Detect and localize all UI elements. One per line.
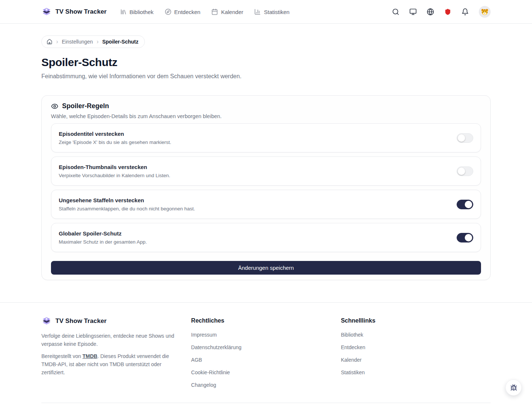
nav-item-label: Bibliothek: [130, 9, 154, 15]
list-item: Statistiken: [341, 368, 491, 377]
breadcrumb-einstellungen[interactable]: Einstellungen: [62, 39, 93, 45]
footer-description: Verfolge deine Lieblingsserien, entdecke…: [41, 332, 185, 348]
monitor-icon: [409, 8, 417, 16]
card-title: Spoiler-Regeln: [62, 102, 109, 110]
footer-column-title: Schnelllinks: [341, 316, 491, 324]
toggle-knob: [465, 201, 472, 208]
shield-icon: [444, 8, 451, 16]
compass-icon: [165, 8, 171, 15]
nav-item-statistiken[interactable]: Statistiken: [254, 8, 289, 15]
footer-link-kalender[interactable]: Kalender: [341, 357, 362, 363]
brand-name: TV Show Tracker: [55, 8, 107, 16]
save-changes-button[interactable]: Änderungen speichern: [51, 261, 481, 275]
footer-column-title: Rechtliches: [191, 316, 341, 324]
app-logo-icon: [41, 7, 52, 17]
nav-item-bibliothek[interactable]: Bibliothek: [120, 8, 154, 15]
footer-link-datenschutz[interactable]: Datenschutzerklärung: [191, 344, 241, 350]
search-icon: [392, 8, 399, 16]
footer-link-impressum[interactable]: Impressum: [191, 332, 216, 338]
footer-legal-column: Rechtliches Impressum Datenschutzerkläru…: [191, 316, 341, 393]
toggle-knob: [465, 234, 472, 241]
page-title: Spoiler-Schutz: [41, 56, 491, 69]
footer-attribution: Bereitgestellt von TMDB. Dieses Produkt …: [41, 352, 185, 376]
page-subtitle: Feinabstimmung, wie viel Informationen v…: [41, 73, 491, 80]
bug-report-button[interactable]: [505, 379, 522, 396]
footer-link-changelog[interactable]: Changelog: [191, 382, 216, 388]
footer-link-bibliothek[interactable]: Bibliothek: [341, 332, 364, 338]
globe-icon: [427, 8, 434, 16]
app-logo-icon: [41, 316, 52, 326]
primary-nav: Bibliothek Entdecken Kalender Statistike…: [120, 8, 290, 15]
rule-title: Ungesehene Staffeln verstecken: [59, 197, 195, 203]
site-footer: TV Show Tracker Verfolge deine Lieblings…: [0, 302, 532, 406]
list-item: Changelog: [191, 381, 341, 389]
nav-item-label: Kalender: [221, 9, 243, 15]
search-button[interactable]: [392, 8, 399, 16]
footer-link-agb[interactable]: AGB: [191, 357, 202, 363]
rule-row-thumbnails: Episoden-Thumbnails verstecken Verpixelt…: [51, 156, 481, 186]
breadcrumb: › Einstellungen › Spoiler-Schutz: [41, 35, 145, 48]
calendar-icon: [211, 8, 218, 15]
breadcrumb-home-link[interactable]: [47, 39, 52, 45]
rule-row-episodentitel: Episodentitel verstecken Zeige 'Episode …: [51, 123, 481, 152]
toggle-thumbnails[interactable]: [457, 166, 473, 176]
list-item: AGB: [191, 355, 341, 364]
list-item: Kalender: [341, 355, 491, 364]
rule-description: Zeige 'Episode X' bis du sie als gesehen…: [59, 140, 171, 145]
card-description: Wähle, welche Episoden-Details bis zum A…: [51, 113, 481, 119]
top-navigation-bar: TV Show Tracker Bibliothek Entdecken Kal…: [0, 0, 532, 24]
watch-mode-button[interactable]: [409, 8, 417, 16]
language-button[interactable]: [427, 8, 434, 16]
notifications-button[interactable]: [461, 8, 469, 16]
toggle-episodentitel[interactable]: [457, 133, 473, 143]
tiger-avatar-icon: [481, 8, 489, 16]
nav-actions: [392, 6, 491, 18]
spoiler-rules-card: Spoiler-Regeln Wähle, welche Episoden-De…: [41, 95, 491, 280]
footer-quicklinks-column: Schnelllinks Bibliothek Entdecken Kalend…: [341, 316, 491, 393]
list-item: Bibliothek: [341, 330, 491, 339]
rule-row-staffeln: Ungesehene Staffeln verstecken Staffeln …: [51, 190, 481, 219]
spoiler-shield-button[interactable]: [444, 8, 451, 16]
library-icon: [120, 8, 127, 15]
rule-description: Staffeln zusammenklappen, die du noch ni…: [59, 206, 195, 211]
rule-description: Verpixelte Vorschaubilder in Kalendern u…: [59, 173, 170, 178]
nav-item-label: Statistiken: [264, 9, 289, 15]
rule-title: Episoden-Thumbnails verstecken: [59, 164, 170, 170]
rule-row-global: Globaler Spoiler-Schutz Maximaler Schutz…: [51, 223, 481, 252]
rule-title: Globaler Spoiler-Schutz: [59, 230, 147, 237]
toggle-knob: [458, 168, 465, 175]
footer-link-cookies[interactable]: Cookie-Richtlinie: [191, 369, 230, 375]
attribution-text: Bereitgestellt von: [41, 353, 82, 359]
list-item: Cookie-Richtlinie: [191, 368, 341, 377]
toggle-global[interactable]: [457, 233, 473, 242]
nav-item-label: Entdecken: [174, 9, 201, 15]
footer-link-statistiken[interactable]: Statistiken: [341, 369, 365, 375]
nav-item-entdecken[interactable]: Entdecken: [165, 8, 201, 15]
breadcrumb-current: Spoiler-Schutz: [102, 39, 139, 45]
list-item: Datenschutzerklärung: [191, 343, 341, 352]
footer-link-entdecken[interactable]: Entdecken: [341, 344, 365, 350]
eye-icon: [51, 103, 58, 110]
footer-brand-column: TV Show Tracker Verfolge deine Lieblings…: [41, 316, 191, 393]
toggle-knob: [458, 134, 465, 142]
user-avatar[interactable]: [479, 6, 491, 18]
toggle-staffeln[interactable]: [457, 200, 473, 209]
list-item: Entdecken: [341, 343, 491, 352]
bug-icon: [510, 384, 517, 391]
footer-brand-link[interactable]: TV Show Tracker: [41, 316, 191, 326]
rule-description: Maximaler Schutz in der gesamten App.: [59, 239, 147, 245]
brand-home-link[interactable]: TV Show Tracker: [41, 7, 107, 17]
rule-title: Episodentitel verstecken: [59, 131, 171, 137]
tmdb-link[interactable]: TMDB: [82, 353, 97, 359]
nav-item-kalender[interactable]: Kalender: [211, 8, 243, 15]
bell-icon: [461, 8, 469, 16]
breadcrumb-separator: ›: [96, 38, 98, 45]
list-item: Impressum: [191, 330, 341, 339]
footer-brand-name: TV Show Tracker: [55, 317, 107, 325]
home-icon: [47, 39, 52, 45]
bar-chart-icon: [254, 8, 261, 15]
breadcrumb-separator: ›: [56, 38, 58, 45]
